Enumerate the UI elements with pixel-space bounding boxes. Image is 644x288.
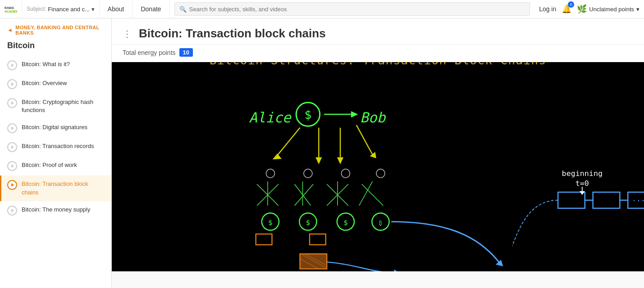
svg-text:Bob: Bob bbox=[360, 109, 386, 126]
active-indicator bbox=[0, 176, 1, 201]
svg-marker-6 bbox=[11, 145, 14, 149]
content-area: ⋮ Bitcoin: Transaction block chains Tota… bbox=[112, 18, 644, 288]
video-container[interactable]: Bitcoin Structures: Transaction Block Ch… bbox=[112, 62, 644, 271]
svg-text:Alice: Alice bbox=[249, 109, 292, 126]
donate-link[interactable]: Donate bbox=[132, 0, 169, 18]
back-arrow-icon: ◄ bbox=[7, 27, 13, 33]
svg-marker-7 bbox=[11, 164, 14, 168]
sidebar-item-what-is-it[interactable]: Bitcoin: What is it? bbox=[0, 56, 111, 75]
svg-text:$: $ bbox=[343, 219, 347, 227]
search-input[interactable] bbox=[189, 6, 525, 13]
subject-selector[interactable]: Subject: Finance and c... ▾ bbox=[22, 0, 100, 18]
svg-text:ACADEMY: ACADEMY bbox=[5, 10, 17, 13]
item-status-icon bbox=[7, 180, 17, 190]
svg-text:···: ··· bbox=[632, 196, 644, 205]
svg-marker-3 bbox=[11, 82, 14, 86]
svg-marker-2 bbox=[11, 63, 14, 67]
leaf-icon: 🌿 bbox=[577, 4, 587, 14]
svg-rect-51 bbox=[300, 254, 327, 269]
energy-label: Total energy points bbox=[123, 49, 176, 56]
svg-text:$: $ bbox=[305, 108, 312, 122]
unit-title: Bitcoin bbox=[0, 39, 111, 56]
svg-marker-9 bbox=[11, 209, 14, 212]
chevron-down-icon: ▾ bbox=[636, 6, 639, 13]
svg-text:$: $ bbox=[268, 219, 272, 227]
course-link-text: MONEY, BANKING AND CENTRAL BANKS bbox=[15, 25, 104, 36]
item-status-icon bbox=[7, 60, 17, 70]
svg-text:(: ( bbox=[416, 270, 421, 271]
sidebar-item-label: Bitcoin: Digital signatures bbox=[22, 123, 104, 131]
svg-marker-8 bbox=[11, 183, 14, 187]
main-area: ◄ MONEY, BANKING AND CENTRAL BANKS Bitco… bbox=[0, 18, 644, 288]
sidebar-item-label: Bitcoin: Transaction block chains bbox=[22, 180, 104, 196]
logo[interactable]: KHAN ACADEMY bbox=[5, 3, 17, 15]
top-navigation: KHAN ACADEMY Subject: Finance and c... ▾… bbox=[0, 0, 644, 18]
unclaimed-points-button[interactable]: 🌿 Unclaimed points ▾ bbox=[577, 4, 639, 14]
svg-text:⇒: ⇒ bbox=[402, 269, 408, 271]
svg-marker-4 bbox=[11, 101, 14, 105]
item-status-icon bbox=[7, 161, 17, 171]
login-button[interactable]: Log in bbox=[539, 5, 556, 13]
item-status-icon bbox=[7, 79, 17, 89]
notifications-button[interactable]: 🔔 0 bbox=[562, 4, 571, 14]
svg-text:): ) bbox=[518, 270, 523, 271]
sidebar-item-hash[interactable]: Bitcoin: Cryptographic hash functions bbox=[0, 94, 111, 119]
course-breadcrumb-link[interactable]: ◄ MONEY, BANKING AND CENTRAL BANKS bbox=[0, 18, 111, 39]
item-status-icon bbox=[7, 98, 17, 108]
sidebar-item-tx-records[interactable]: Bitcoin: Transaction records bbox=[0, 138, 111, 157]
sidebar-item-tx-block-chains[interactable]: Bitcoin: Transaction block chains bbox=[0, 176, 111, 201]
svg-text:proof: proof bbox=[483, 270, 508, 271]
svg-text:challenge,: challenge, bbox=[421, 270, 473, 271]
notification-badge: 0 bbox=[568, 1, 574, 8]
sidebar-item-label: Bitcoin: What is it? bbox=[22, 60, 104, 68]
menu-dots-icon[interactable]: ⋮ bbox=[123, 28, 132, 39]
subject-label: Subject: bbox=[27, 6, 46, 12]
svg-text:Bitcoin Structures: Transactio: Bitcoin Structures: Transaction Block Ch… bbox=[210, 62, 546, 67]
nav-right: Log in 🔔 0 🌿 Unclaimed points ▾ bbox=[539, 4, 639, 14]
search-bar[interactable]: 🔍 bbox=[174, 2, 530, 16]
content-header: ⋮ Bitcoin: Transaction block chains bbox=[112, 18, 644, 45]
energy-badge: 10 bbox=[179, 48, 193, 57]
sidebar-item-label: Bitcoin: The money supply bbox=[22, 206, 104, 214]
about-link[interactable]: About bbox=[100, 0, 133, 18]
sidebar-item-label: Bitcoin: Transaction records bbox=[22, 142, 104, 150]
sidebar-item-overview[interactable]: Bitcoin: Overview bbox=[0, 75, 111, 94]
page-title: Bitcoin: Transaction block chains bbox=[139, 27, 633, 40]
sidebar-item-digital-sig[interactable]: Bitcoin: Digital signatures bbox=[0, 119, 111, 138]
video-frame: Bitcoin Structures: Transaction Block Ch… bbox=[112, 62, 644, 271]
search-icon: 🔍 bbox=[179, 6, 187, 13]
sidebar-item-proof-of-work[interactable]: Bitcoin: Proof of work bbox=[0, 157, 111, 176]
svg-marker-5 bbox=[11, 126, 14, 130]
item-status-icon bbox=[7, 206, 17, 216]
sidebar-item-label: Bitcoin: Proof of work bbox=[22, 161, 104, 169]
energy-row: Total energy points 10 bbox=[112, 45, 644, 62]
sidebar-item-label: Bitcoin: Cryptographic hash functions bbox=[22, 98, 104, 114]
sidebar: ◄ MONEY, BANKING AND CENTRAL BANKS Bitco… bbox=[0, 18, 112, 288]
lecture-illustration: Bitcoin Structures: Transaction Block Ch… bbox=[112, 62, 644, 271]
svg-rect-10 bbox=[112, 62, 644, 271]
sidebar-item-label: Bitcoin: Overview bbox=[22, 79, 104, 87]
sidebar-item-money-supply[interactable]: Bitcoin: The money supply bbox=[0, 201, 111, 220]
svg-text:beginning: beginning bbox=[562, 169, 603, 178]
khan-academy-logo-icon: KHAN ACADEMY bbox=[5, 3, 17, 15]
item-status-icon bbox=[7, 123, 17, 133]
subject-name: Finance and c... bbox=[48, 6, 90, 13]
svg-text:KHAN: KHAN bbox=[5, 6, 14, 9]
svg-text:$: $ bbox=[306, 219, 310, 227]
chevron-down-icon: ▾ bbox=[91, 6, 95, 13]
item-status-icon bbox=[7, 142, 17, 152]
unclaimed-label: Unclaimed points bbox=[589, 6, 634, 13]
svg-text:t=0: t=0 bbox=[575, 179, 589, 188]
svg-text:₿: ₿ bbox=[379, 220, 382, 226]
